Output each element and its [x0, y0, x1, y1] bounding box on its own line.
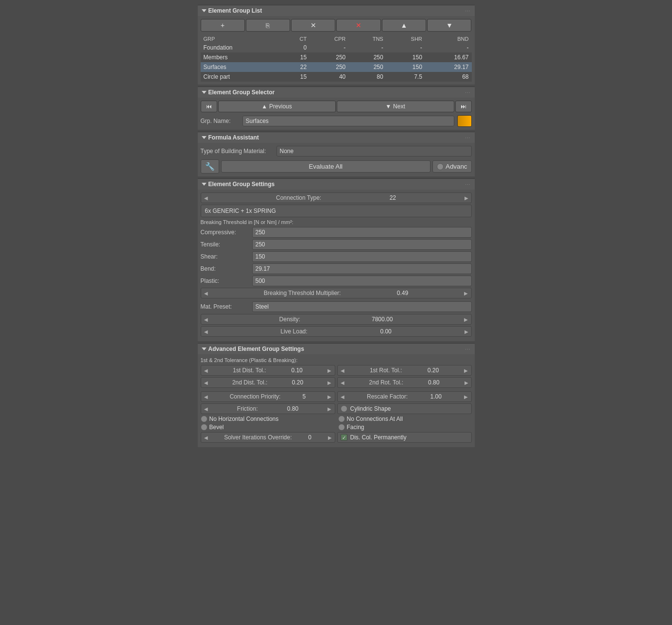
- col-bnd: BND: [425, 35, 472, 43]
- field-label: Plastic:: [201, 278, 249, 284]
- selector-collapse-icon[interactable]: [202, 91, 207, 94]
- selector-title-text: Element Group Selector: [208, 89, 275, 96]
- first-button[interactable]: ⏮: [201, 101, 217, 112]
- dist-tol-1-value: 0.10: [291, 367, 302, 374]
- field-input[interactable]: [252, 227, 472, 238]
- row-shr: -: [386, 43, 425, 52]
- add-group-button[interactable]: +: [201, 19, 245, 32]
- delete-group-button[interactable]: ✕: [291, 19, 335, 32]
- solver-right[interactable]: ▶: [328, 435, 332, 440]
- col-shr: SHR: [386, 35, 425, 43]
- friction-left[interactable]: ◀: [204, 406, 208, 412]
- no-horizontal-toggle[interactable]: [201, 416, 207, 422]
- copy-group-button[interactable]: ⎘: [246, 19, 290, 32]
- settings-menu-icon[interactable]: ···: [465, 182, 470, 187]
- element-group-selector-section: Element Group Selector ··· ⏮ ▲ Previous …: [198, 87, 475, 130]
- selector-menu-icon[interactable]: ···: [465, 90, 470, 95]
- rot-tol-1-left[interactable]: ◀: [341, 368, 345, 373]
- collapse-icon[interactable]: [202, 9, 207, 12]
- section-title-text: Element Group List: [208, 7, 262, 14]
- friction-value: 0.80: [287, 405, 298, 412]
- conn-type-left-arrow[interactable]: ◀: [204, 195, 208, 201]
- prev-button[interactable]: ▲ Previous: [218, 101, 336, 112]
- conn-type-value: 22: [390, 194, 396, 201]
- row-tns: 250: [348, 62, 386, 72]
- col-tns: TNS: [348, 35, 386, 43]
- cylindric-label: Cylindric Shape: [350, 405, 391, 412]
- breaking-mult-row: ◀ Breaking Threshold Multiplier: 0.49 ▶: [201, 288, 472, 298]
- density-right[interactable]: ▶: [464, 317, 468, 322]
- solver-left[interactable]: ◀: [204, 435, 208, 440]
- field-input[interactable]: [252, 239, 472, 250]
- field-input[interactable]: [252, 263, 472, 274]
- advanced-collapse-icon[interactable]: [202, 347, 207, 350]
- no-horizontal-label: No Horizontal Connections: [209, 416, 279, 422]
- formula-menu-icon[interactable]: ···: [465, 135, 470, 140]
- conn-priority-left[interactable]: ◀: [204, 394, 208, 399]
- field-input[interactable]: [252, 251, 472, 262]
- breaking-mult-left[interactable]: ◀: [204, 291, 208, 296]
- live-load-right[interactable]: ▶: [465, 329, 468, 334]
- grp-name-input[interactable]: [242, 116, 454, 126]
- threshold-field-row: Plastic:: [201, 276, 472, 286]
- rescale-row: ◀ Rescale Factor: 1.00 ▶: [337, 391, 472, 402]
- discol-label: Dis. Col. Permanently: [350, 434, 407, 441]
- last-button[interactable]: ⏭: [455, 101, 472, 112]
- table-row[interactable]: Circle part 15 40 80 7.5 68: [201, 72, 472, 82]
- material-type-select[interactable]: None: [276, 146, 472, 156]
- rescale-right[interactable]: ▶: [464, 394, 468, 399]
- no-connections-label: No Connections At All: [347, 416, 403, 422]
- rot-tol-2-right[interactable]: ▶: [465, 380, 468, 385]
- color-picker-button[interactable]: [457, 115, 472, 127]
- dist-tol-1-right[interactable]: ▶: [327, 368, 331, 373]
- dist-tol-2-right[interactable]: ▶: [327, 380, 331, 385]
- dist-tol-2-left[interactable]: ◀: [204, 380, 208, 385]
- prev-arrow: ▲: [261, 103, 267, 110]
- rot-tol-1-row: ◀ 1st Rot. Tol.: 0.20 ▶: [337, 365, 472, 376]
- rescale-left[interactable]: ◀: [341, 394, 345, 399]
- dist-tol-1-left[interactable]: ◀: [204, 368, 208, 373]
- move-up-button[interactable]: ▲: [382, 19, 426, 32]
- section-menu-icon[interactable]: ···: [465, 8, 470, 14]
- move-down-button[interactable]: ▼: [427, 19, 471, 32]
- settings-collapse-icon[interactable]: [202, 183, 207, 186]
- no-connections-toggle[interactable]: [338, 416, 345, 422]
- friction-cylindric-row: ◀ Friction: 0.80 ▶ Cylindric Shape: [201, 403, 472, 414]
- friction-right[interactable]: ▶: [327, 406, 331, 412]
- conn-type-right-arrow[interactable]: ▶: [465, 195, 468, 201]
- facing-label: Facing: [347, 424, 364, 431]
- live-load-label: Live Load:: [280, 328, 307, 335]
- table-row[interactable]: Foundation 0 - - - -: [201, 43, 472, 52]
- advanced-button[interactable]: Advanc: [432, 160, 471, 173]
- live-load-value: 0.00: [380, 328, 391, 335]
- table-row[interactable]: Members 15 250 250 150 16.67: [201, 52, 472, 62]
- field-input[interactable]: [252, 276, 472, 286]
- density-label: Density:: [279, 316, 300, 323]
- live-load-left[interactable]: ◀: [204, 329, 208, 334]
- evaluate-all-button[interactable]: Evaluate All: [221, 160, 431, 173]
- rot-tol-2-left[interactable]: ◀: [341, 380, 345, 385]
- facing-toggle[interactable]: [338, 424, 345, 431]
- cylindric-toggle[interactable]: [341, 405, 347, 412]
- advanced-title: Advanced Element Group Settings: [202, 346, 304, 352]
- delete-red-button[interactable]: ✕: [336, 19, 380, 32]
- evaluate-icon-button[interactable]: 🔧: [201, 159, 219, 174]
- density-left[interactable]: ◀: [204, 317, 208, 322]
- rot-tol-1-label: 1st Rot. Tol.:: [370, 367, 402, 374]
- advanced-menu-icon[interactable]: ···: [465, 347, 470, 352]
- material-type-row: Type of Building Material: None: [201, 146, 472, 156]
- table-row[interactable]: Surfaces 22 250 250 150 29.17: [201, 62, 472, 72]
- discol-checkbox[interactable]: ✓: [341, 434, 347, 441]
- row-name: Foundation: [201, 43, 280, 52]
- conn-priority-right[interactable]: ▶: [327, 394, 331, 399]
- row-cpr: 250: [310, 62, 348, 72]
- breaking-mult-right[interactable]: ▶: [464, 291, 468, 296]
- mat-preset-input[interactable]: [252, 301, 472, 312]
- next-button[interactable]: ▼ Next: [337, 101, 454, 112]
- bevel-toggle[interactable]: [201, 424, 207, 431]
- density-row: ◀ Density: 7800.00 ▶: [201, 314, 472, 325]
- row-bnd: 29.17: [425, 62, 472, 72]
- formula-collapse-icon[interactable]: [202, 136, 207, 139]
- rot-tol-1-right[interactable]: ▶: [464, 368, 468, 373]
- advanced-settings-section: Advanced Element Group Settings ··· 1st …: [198, 343, 475, 447]
